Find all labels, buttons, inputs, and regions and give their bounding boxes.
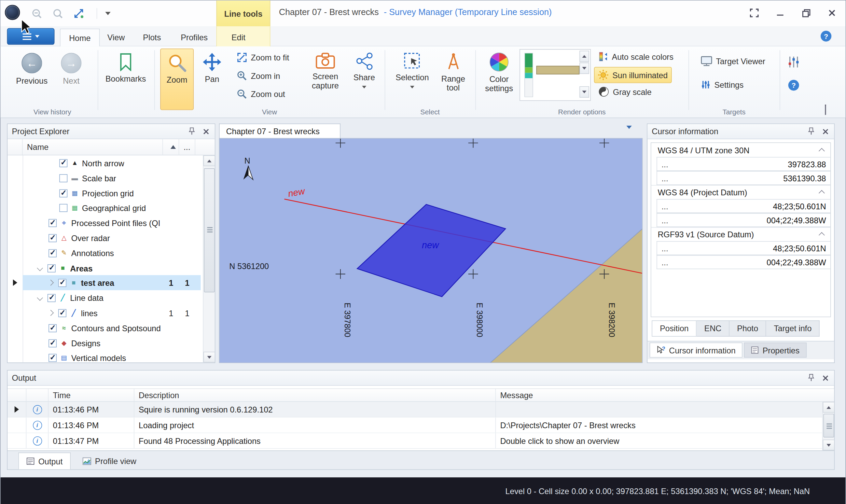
output-row[interactable]: 01:13:46 PM Loading project D:\Projects\… [8, 418, 822, 433]
checkbox-unchecked[interactable] [59, 204, 68, 212]
tab-view[interactable]: View [99, 29, 133, 46]
target-viewer-button[interactable]: Target Viewer [698, 55, 769, 67]
tree-item-annotations[interactable]: Annotations [23, 246, 200, 261]
pan-button[interactable]: Pan [196, 48, 228, 84]
tab-edit[interactable]: Edit [223, 29, 254, 46]
chevron-up-icon[interactable] [819, 148, 825, 154]
qat-dropdown-icon[interactable] [102, 8, 114, 19]
tree-item-projection-grid[interactable]: Projection grid [23, 185, 200, 200]
checkbox-checked[interactable] [47, 294, 56, 302]
sun-illuminated-button[interactable]: Sun illuminated [594, 67, 671, 83]
app-logo-icon[interactable] [5, 5, 20, 20]
map-canvas[interactable]: N new new N 5361200 E 397800 E 398000 E … [219, 138, 642, 363]
output-row[interactable]: 01:13:47 PM Found 48 Processing Applicat… [8, 433, 822, 449]
color-scale-widget[interactable] [519, 49, 591, 101]
scroll-down-button[interactable] [823, 439, 835, 450]
scroll-down-button[interactable] [204, 352, 216, 363]
expander-collapsed-icon[interactable] [48, 310, 54, 316]
zoom-button[interactable]: Zoom [160, 48, 194, 110]
tree-item-contours[interactable]: Contours and Spotsound [23, 320, 200, 335]
tab-profiles[interactable]: Profiles [172, 29, 217, 46]
time-column-header[interactable]: Time [48, 389, 134, 401]
fullscreen-button[interactable] [748, 7, 760, 19]
restore-button[interactable] [800, 7, 812, 19]
scroll-thumb[interactable] [823, 414, 834, 438]
datum-section-utm[interactable]: WGS 84 / UTM zone 30N [651, 143, 830, 157]
chevron-up-icon[interactable] [819, 232, 825, 238]
scroll-up-button[interactable] [823, 402, 835, 413]
tab-enc[interactable]: ENC [697, 320, 730, 336]
tab-plots[interactable]: Plots [134, 29, 169, 46]
zoom-out-button[interactable]: Zoom out [234, 88, 288, 100]
checkbox-unchecked[interactable] [59, 174, 68, 182]
tree-item-areas[interactable]: Areas [23, 261, 200, 276]
tree-item-vertical-models[interactable]: Vertical models [23, 350, 200, 363]
tab-target-info[interactable]: Target info [766, 320, 820, 336]
qat-zoom-out-icon[interactable] [31, 8, 43, 19]
tree-item-scale-bar[interactable]: Scale bar [23, 170, 200, 185]
checkbox-checked[interactable] [58, 309, 67, 317]
display-sliders-button[interactable] [787, 56, 800, 70]
name-column-header[interactable]: Name [23, 139, 163, 155]
checkbox-checked[interactable] [58, 279, 67, 287]
checkbox-checked[interactable] [48, 219, 57, 227]
output-tab[interactable]: Output [18, 452, 71, 469]
cursor-information-tab[interactable]: ? Cursor information [650, 342, 743, 358]
tab-photo[interactable]: Photo [730, 320, 766, 336]
minimize-button[interactable] [774, 7, 786, 19]
tree-item-line-data[interactable]: Line data [23, 290, 200, 305]
tree-scrollbar[interactable] [203, 155, 215, 363]
checkbox-checked[interactable] [48, 234, 57, 242]
pin-icon[interactable] [808, 374, 815, 382]
tree-item-geographical-grid[interactable]: Geographical grid [23, 200, 200, 215]
scroll-up-button[interactable] [204, 155, 216, 166]
settings-button[interactable]: Settings [698, 79, 747, 91]
chevron-up-icon[interactable] [819, 190, 825, 196]
scroll-thumb[interactable] [204, 168, 215, 292]
more-column-header[interactable]: ... [179, 139, 195, 155]
checkbox-checked[interactable] [48, 249, 57, 257]
map-document-tab[interactable]: Chapter 07 - Brest wrecks [219, 124, 340, 139]
close-icon[interactable] [202, 127, 210, 136]
scale-down-button[interactable] [580, 62, 589, 74]
properties-tab[interactable]: Properties [744, 342, 806, 358]
zoom-to-fit-button[interactable]: Zoom to fit [234, 51, 292, 64]
checkbox-checked[interactable] [48, 324, 57, 332]
screen-capture-button[interactable]: Screen capture [305, 48, 346, 90]
expander-expanded-icon[interactable] [37, 265, 43, 271]
previous-button[interactable]: ← Previous [11, 49, 52, 85]
close-icon[interactable] [821, 374, 830, 382]
gray-scale-button[interactable]: Gray scale [595, 85, 655, 98]
output-scrollbar[interactable] [822, 402, 834, 450]
expander-expanded-icon[interactable] [37, 295, 43, 301]
share-button[interactable]: Share [348, 48, 380, 88]
checkbox-checked[interactable] [47, 264, 56, 272]
tab-list-dropdown[interactable] [626, 129, 632, 138]
bookmarks-button[interactable]: Bookmarks [102, 49, 150, 83]
color-settings-button[interactable]: Color settings [481, 48, 517, 93]
expander-collapsed-icon[interactable] [48, 280, 54, 286]
output-row[interactable]: 01:13:46 PM Squire is running version 0.… [8, 402, 822, 418]
help-button[interactable] [821, 31, 832, 42]
ribbon-help-button[interactable] [788, 80, 799, 91]
tree-item-processed-point-files[interactable]: Processed Point files (QI [23, 215, 200, 230]
tab-position[interactable]: Position [652, 320, 697, 336]
checkbox-checked[interactable] [48, 339, 57, 347]
tree-item-over-radar[interactable]: Over radar [23, 230, 200, 246]
tree-item-test-area[interactable]: test area 1 1 [23, 275, 200, 290]
scale-dropdown-button[interactable] [580, 86, 589, 98]
pin-icon[interactable] [188, 127, 195, 136]
close-icon[interactable] [821, 127, 830, 136]
checkbox-checked[interactable] [48, 353, 57, 362]
auto-scale-colors-button[interactable]: Auto scale colors [595, 51, 677, 62]
close-button[interactable] [826, 7, 838, 19]
pin-icon[interactable] [808, 127, 815, 136]
zoom-in-button[interactable]: Zoom in [234, 70, 283, 82]
collapse-ribbon-button[interactable] [825, 106, 826, 115]
next-button[interactable]: → Next [55, 49, 88, 85]
tab-home[interactable]: Home [60, 29, 100, 46]
sort-column-header[interactable] [163, 139, 179, 155]
tree-item-designs[interactable]: Designs [23, 336, 200, 351]
tree-item-lines[interactable]: lines 1 1 [23, 305, 200, 320]
checkbox-checked[interactable] [59, 189, 68, 197]
